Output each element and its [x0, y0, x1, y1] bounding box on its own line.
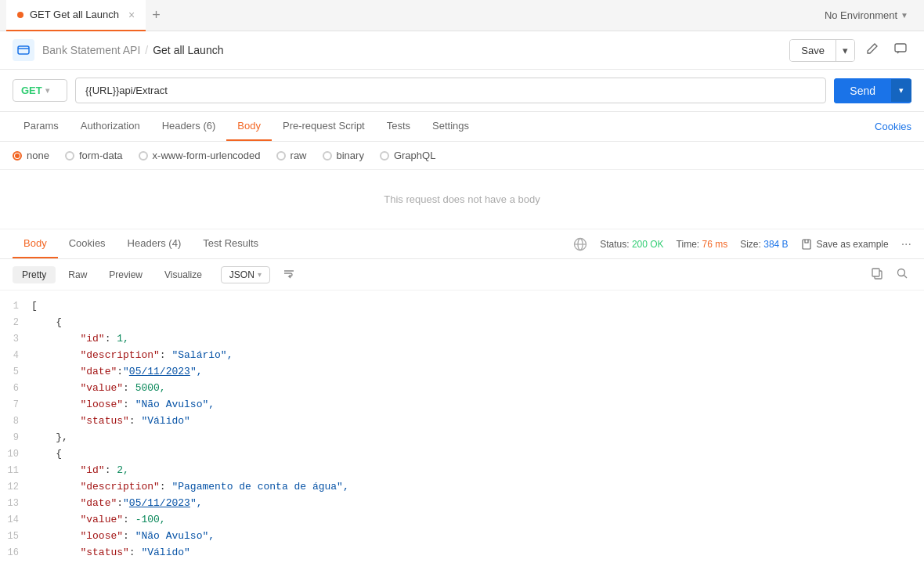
chevron-down-icon: ▾ [258, 270, 262, 279]
add-tab-button[interactable]: + [146, 7, 167, 23]
wrap-button[interactable] [280, 264, 298, 285]
method-selector[interactable]: GET ▾ [13, 79, 67, 102]
line-number: 2 [0, 315, 31, 331]
format-selector[interactable]: JSON ▾ [221, 266, 270, 283]
option-none[interactable]: none [13, 150, 49, 161]
line-number: 11 [0, 463, 31, 479]
breadcrumb-current: Get all Launch [153, 44, 223, 56]
url-input[interactable] [75, 78, 826, 103]
header-actions: Save ▾ [789, 38, 911, 63]
line-content: "id": 1, [31, 331, 924, 348]
radio-urlencoded[interactable] [139, 151, 148, 161]
breadcrumb: Bank Statement API / Get all Launch [42, 44, 223, 56]
line-number: 14 [0, 512, 31, 529]
tab-close-icon[interactable]: × [128, 9, 135, 21]
active-tab[interactable]: GET Get all Launch × [6, 0, 146, 31]
line-content: "loose": "Não Avulso", [31, 397, 924, 413]
radio-raw[interactable] [276, 151, 286, 161]
code-line: 6 "value": 5000, [0, 381, 924, 397]
line-content: "status": "Válido" [31, 413, 924, 430]
cookies-link[interactable]: Cookies [875, 113, 911, 140]
url-bar: GET ▾ Send ▾ [0, 70, 924, 112]
save-icon [801, 239, 812, 250]
tab-pre-request[interactable]: Pre-request Script [272, 112, 376, 141]
edit-button[interactable] [861, 38, 883, 63]
line-content: "date":"05/11/2023", [31, 364, 924, 381]
size-label: Size: 384 B [740, 239, 788, 250]
option-form-data[interactable]: form-data [65, 150, 123, 161]
code-line: 7 "loose": "Não Avulso", [0, 397, 924, 413]
code-line: 4 "description": "Salário", [0, 348, 924, 364]
line-number: 4 [0, 348, 31, 364]
more-options-button[interactable]: ··· [901, 237, 911, 251]
method-label: GET [21, 85, 42, 96]
resp-tab-test-results[interactable]: Test Results [192, 229, 269, 258]
resp-tab-headers[interactable]: Headers (4) [117, 229, 193, 258]
tab-body[interactable]: Body [226, 112, 272, 141]
time-value: 76 ms [702, 239, 728, 250]
resp-tab-body[interactable]: Body [13, 229, 58, 258]
save-button-group: Save ▾ [789, 39, 855, 62]
code-actions [868, 264, 911, 285]
tab-dot [17, 12, 23, 18]
code-line: 3 "id": 1, [0, 331, 924, 348]
save-main-button[interactable]: Save [790, 40, 836, 61]
line-number: 10 [0, 446, 31, 463]
body-options: none form-data x-www-form-urlencoded raw… [0, 142, 924, 170]
no-body-message: This request does not have a body [0, 170, 924, 229]
tab-authorization[interactable]: Authorization [70, 112, 151, 141]
line-content: "value": 5000, [31, 381, 924, 397]
svg-rect-4 [803, 240, 810, 249]
code-tab-pretty[interactable]: Pretty [13, 266, 56, 283]
chevron-down-icon: ▾ [899, 85, 904, 95]
send-button[interactable]: Send [834, 78, 891, 103]
code-tab-preview[interactable]: Preview [99, 266, 152, 283]
line-content: "description": "Salário", [31, 348, 924, 364]
code-line: 2 { [0, 315, 924, 331]
radio-graphql[interactable] [380, 151, 389, 161]
resp-tab-cookies[interactable]: Cookies [58, 229, 117, 258]
line-number: 7 [0, 397, 31, 413]
code-tab-visualize[interactable]: Visualize [155, 266, 211, 283]
search-button[interactable] [893, 264, 911, 285]
save-dropdown-button[interactable]: ▾ [836, 40, 854, 61]
line-number: 13 [0, 496, 31, 512]
line-number: 15 [0, 529, 31, 545]
code-tab-raw[interactable]: Raw [59, 266, 96, 283]
code-line: 14 "value": -100, [0, 512, 924, 529]
radio-form-data[interactable] [65, 151, 74, 161]
line-content: [ [31, 298, 924, 315]
radio-none[interactable] [13, 151, 22, 161]
line-content: "loose": "Não Avulso", [31, 529, 924, 545]
line-number: 3 [0, 331, 31, 348]
line-content: "value": -100, [31, 512, 924, 529]
svg-rect-6 [872, 269, 879, 276]
code-line: 15 "loose": "Não Avulso", [0, 529, 924, 545]
tab-params[interactable]: Params [13, 112, 70, 141]
save-example-button[interactable]: Save as example [801, 239, 889, 250]
tab-headers[interactable]: Headers (6) [151, 112, 227, 141]
comment-button[interactable] [890, 38, 911, 63]
chevron-down-icon: ▾ [843, 45, 848, 56]
code-line: 1[ [0, 298, 924, 315]
environment-label: No Environment [825, 9, 897, 21]
radio-binary[interactable] [323, 151, 332, 161]
time-label: Time: 76 ms [677, 239, 728, 250]
code-line: 11 "id": 2, [0, 463, 924, 479]
copy-button[interactable] [868, 264, 886, 285]
send-dropdown-button[interactable]: ▾ [891, 79, 911, 102]
option-urlencoded[interactable]: x-www-form-urlencoded [139, 150, 261, 161]
option-graphql[interactable]: GraphQL [380, 150, 435, 161]
line-number: 8 [0, 413, 31, 430]
nav-tabs: Params Authorization Headers (6) Body Pr… [0, 112, 924, 142]
tab-settings[interactable]: Settings [421, 112, 480, 141]
chevron-down-icon: ▾ [45, 86, 49, 95]
line-number: 9 [0, 430, 31, 446]
code-content: 1[2 {3 "id": 1,4 "description": "Salário… [0, 290, 924, 558]
status-label: Status: 200 OK [600, 239, 663, 250]
tab-tests[interactable]: Tests [376, 112, 421, 141]
option-raw[interactable]: raw [276, 150, 307, 161]
environment-selector[interactable]: No Environment ▼ [815, 9, 918, 21]
option-binary[interactable]: binary [323, 150, 364, 161]
breadcrumb-parent[interactable]: Bank Statement API [42, 44, 140, 56]
